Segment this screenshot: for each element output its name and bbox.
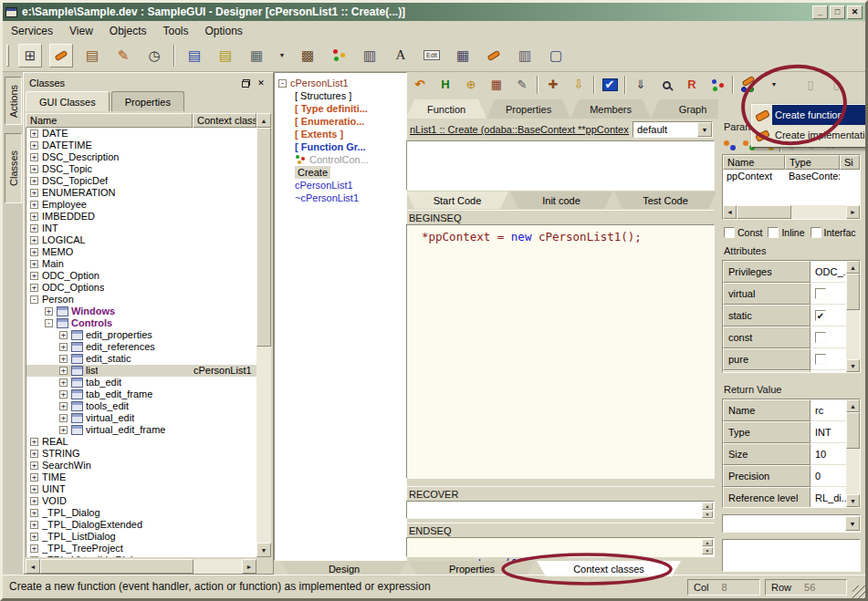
eraser2-icon[interactable] bbox=[482, 44, 506, 67]
vertical-scroll-thumb[interactable] bbox=[846, 412, 860, 449]
tree-item-list[interactable]: +listcPersonList1 bbox=[26, 365, 256, 377]
dock-tab-actions[interactable]: Actions bbox=[5, 77, 22, 125]
tree-item-employee[interactable]: +Employee bbox=[26, 199, 256, 211]
drawer-yellow-icon[interactable]: ▤ bbox=[214, 44, 237, 67]
tab-test-code[interactable]: Test Code bbox=[614, 192, 716, 209]
tree-item-tpl-dialogextended[interactable]: +_TPL_DialogExtended bbox=[26, 519, 256, 531]
expander-icon[interactable]: + bbox=[30, 130, 38, 138]
expander-icon[interactable]: + bbox=[59, 390, 68, 399]
expander-icon[interactable]: + bbox=[30, 236, 38, 244]
window-icon[interactable]: ▢ bbox=[544, 44, 568, 67]
spin-up-icon[interactable]: ▲ bbox=[702, 539, 713, 546]
tree-item-uint[interactable]: +UINT bbox=[26, 483, 256, 495]
menu-view[interactable]: View bbox=[61, 24, 101, 38]
scroll-down-button[interactable]: ▼ bbox=[846, 359, 860, 372]
load-source-icon[interactable]: ⇓ bbox=[630, 75, 652, 95]
expander-icon[interactable]: + bbox=[59, 426, 68, 434]
dock-tab-classes[interactable]: Classes bbox=[5, 133, 22, 203]
spin-up-icon[interactable]: ▲ bbox=[702, 503, 713, 510]
expander-icon[interactable]: + bbox=[30, 212, 38, 221]
revert-icon[interactable]: ↶ bbox=[409, 75, 431, 95]
tree-item-imbedded[interactable]: +IMBEDDED bbox=[26, 211, 256, 223]
tree-item-string[interactable]: +STRING bbox=[26, 448, 256, 460]
checkbox-const[interactable]: Const bbox=[724, 225, 762, 240]
column-header-name[interactable]: Name bbox=[723, 155, 785, 170]
expander-icon[interactable]: - bbox=[30, 295, 38, 304]
tree-item-datetime[interactable]: +DATETIME bbox=[26, 140, 256, 151]
horizontal-scroll-thumb[interactable] bbox=[40, 559, 193, 574]
vertical-scroll-thumb[interactable] bbox=[256, 128, 271, 347]
expander-icon[interactable]: + bbox=[30, 189, 38, 197]
expander-icon[interactable]: + bbox=[30, 473, 38, 482]
menu-options[interactable]: Options bbox=[197, 24, 251, 38]
checkbox-icon[interactable] bbox=[815, 354, 826, 365]
tree-item-memo[interactable]: +MEMO bbox=[26, 246, 256, 258]
checkbox-interfac[interactable]: Interfac bbox=[810, 225, 856, 240]
menu-item-create-implementation[interactable]: Create implementation bbox=[752, 125, 868, 145]
tree-item-person[interactable]: -Person bbox=[26, 294, 256, 306]
tree-item-tools-edit[interactable]: +tools_edit bbox=[26, 400, 256, 412]
extra-combo[interactable]: ▼ bbox=[722, 514, 861, 533]
expander-icon[interactable]: + bbox=[30, 509, 38, 517]
expander-icon[interactable]: + bbox=[30, 284, 38, 292]
font-icon[interactable]: A bbox=[389, 44, 413, 67]
tab-graph[interactable]: Graph bbox=[651, 99, 718, 119]
expander-icon[interactable]: + bbox=[30, 177, 38, 185]
edit-function-icon[interactable]: ✎ bbox=[511, 75, 533, 95]
find-source-icon[interactable] bbox=[655, 75, 677, 95]
maximize-button[interactable]: □ bbox=[830, 5, 845, 19]
expander-icon[interactable]: + bbox=[45, 307, 53, 316]
checkbox-icon[interactable] bbox=[815, 288, 826, 299]
tree-item-void[interactable]: +VOID bbox=[26, 495, 256, 507]
column-header-context-class[interactable]: Context class bbox=[193, 113, 256, 128]
drawer-blue-icon[interactable]: ▤ bbox=[183, 44, 206, 67]
tab-init-code[interactable]: Init code bbox=[510, 192, 612, 209]
member-item-cpersonlist1[interactable]: ~cPersonList1 bbox=[275, 192, 406, 204]
scroll-up-button[interactable]: ▲ bbox=[846, 399, 860, 412]
close-panel-button[interactable]: ✕ bbox=[255, 78, 267, 89]
tree-item-main[interactable]: +Main bbox=[26, 258, 256, 270]
class-hierarchy-icon[interactable]: ⊞ bbox=[18, 44, 42, 67]
tree-item-edit-static[interactable]: +edit_static bbox=[26, 353, 256, 365]
expander-icon[interactable]: + bbox=[30, 556, 38, 557]
checkbox-icon[interactable]: ✔ bbox=[815, 310, 826, 321]
import-functions-icon[interactable]: ▦ bbox=[486, 75, 507, 95]
tree-item-date[interactable]: +DATE bbox=[26, 128, 256, 140]
member-item-structures[interactable]: [ Structures ] bbox=[275, 89, 406, 102]
parameter-row[interactable]: ppContextBaseContext bbox=[723, 171, 860, 185]
create-function-dropdown[interactable]: ▼ bbox=[763, 75, 785, 95]
beginseq-code-area[interactable]: *ppContext = new cPersonList1(); bbox=[406, 224, 715, 479]
create-function-icon[interactable] bbox=[737, 75, 759, 95]
image-icon[interactable]: ▩ bbox=[296, 44, 319, 67]
member-item-function-gr[interactable]: [ Function Gr... bbox=[275, 140, 406, 153]
expander-icon[interactable]: - bbox=[278, 79, 287, 88]
form-list-dropdown[interactable]: ▼ bbox=[276, 44, 288, 67]
vertical-scrollbar[interactable]: ▲▼ bbox=[846, 261, 860, 372]
expander-icon[interactable]: + bbox=[30, 272, 38, 280]
function-declaration-link[interactable]: nList1 :: Create (odaba::BaseContext **p… bbox=[410, 124, 629, 135]
form-list-icon[interactable]: ▦ bbox=[245, 44, 268, 67]
tab-gui-classes[interactable]: GUI Classes bbox=[26, 91, 110, 111]
scroll-up-button[interactable]: ▲ bbox=[256, 113, 271, 128]
menu-tools[interactable]: Tools bbox=[155, 24, 197, 38]
report-icon[interactable]: ▥ bbox=[358, 44, 382, 67]
expander-icon[interactable]: + bbox=[30, 461, 38, 470]
tree-item-odc-option[interactable]: +ODC_Option bbox=[26, 270, 256, 282]
tree-item-enumeration[interactable]: +ENUMERATION bbox=[26, 187, 256, 199]
save-icon[interactable]: ✔ bbox=[599, 75, 621, 95]
toolbar-grip[interactable] bbox=[6, 45, 9, 67]
export-icon[interactable]: ⇩ bbox=[568, 75, 590, 95]
member-item-cpersonlist1[interactable]: cPersonList1 bbox=[275, 179, 406, 192]
zoom-implementation-icon[interactable]: ▯ bbox=[800, 75, 821, 95]
expander-icon[interactable]: + bbox=[59, 378, 68, 387]
vertical-scrollbar[interactable]: ▲▼ bbox=[846, 399, 860, 507]
column-header-si[interactable]: Si bbox=[840, 155, 860, 170]
scroll-down-button[interactable]: ▼ bbox=[846, 494, 860, 507]
member-item-type-definiti[interactable]: [ Type definiti... bbox=[275, 102, 406, 115]
add-function-icon[interactable]: ⊕ bbox=[460, 75, 482, 95]
vertical-scroll-thumb[interactable] bbox=[846, 274, 860, 310]
tree-item-tpl-dialog[interactable]: +_TPL_Dialog bbox=[26, 507, 256, 519]
colored-nodes-icon[interactable] bbox=[327, 44, 350, 67]
expander-icon[interactable]: + bbox=[30, 224, 38, 233]
expander-icon[interactable]: + bbox=[59, 402, 68, 410]
